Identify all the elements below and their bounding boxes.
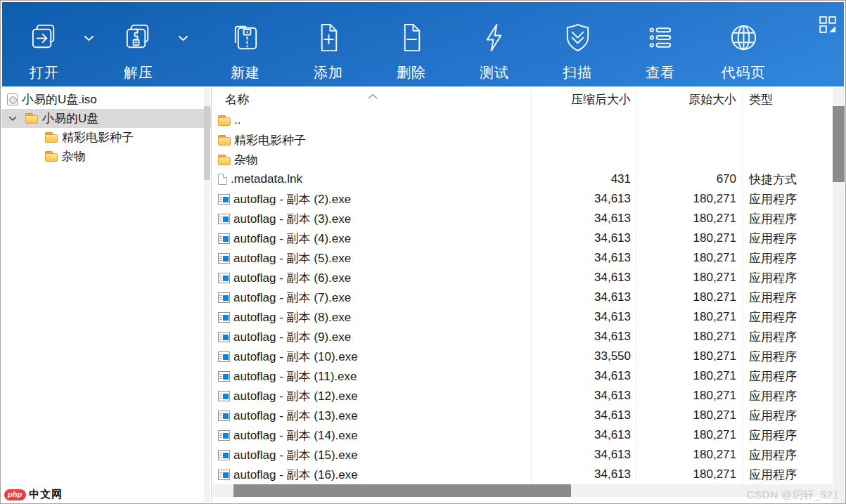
file-name: autoflag - 副本 (15).exe: [233, 447, 358, 463]
file-type: 应用程序: [742, 447, 833, 463]
tree-item-label: 精彩电影种子: [62, 129, 134, 146]
extract-dropdown-button[interactable]: [171, 2, 195, 86]
file-type: 应用程序: [742, 250, 833, 266]
file-type-icon: [218, 194, 230, 205]
view-button[interactable]: 查看: [628, 2, 693, 86]
file-row[interactable]: autoflag - 副本 (16).exe 34,613 180,271 应用…: [212, 465, 833, 484]
column-header-compressed[interactable]: 压缩后大小: [531, 91, 636, 108]
vertical-scrollbar[interactable]: [833, 88, 845, 503]
filelist-header: 名称 压缩后大小 原始大小 类型: [212, 88, 833, 110]
folder-icon: [45, 151, 58, 162]
column-header-type[interactable]: 类型: [742, 91, 833, 108]
file-type-icon: [218, 332, 230, 342]
test-button[interactable]: 测试: [462, 2, 527, 86]
file-row[interactable]: autoflag - 副本 (14).exe 34,613 180,271 应用…: [212, 425, 833, 445]
file-row[interactable]: autoflag - 副本 (11).exe 34,613 180,271 应用…: [212, 366, 833, 386]
file-row[interactable]: autoflag - 副本 (7).exe 34,613 180,271 应用程…: [212, 287, 833, 307]
file-name-cell: ..: [212, 113, 531, 127]
file-type: 应用程序: [742, 211, 833, 227]
delete-button[interactable]: 删除: [379, 2, 444, 86]
open-archive-icon: [28, 21, 61, 54]
php-site-watermark: php 中文网: [4, 488, 63, 501]
chevron-down-icon[interactable]: [7, 116, 25, 122]
file-compressed-size: 34,613: [531, 369, 636, 383]
file-row[interactable]: autoflag - 副本 (4).exe 34,613 180,271 应用程…: [212, 228, 833, 248]
file-compressed-size: 34,613: [531, 212, 636, 226]
file-type-icon: [218, 233, 230, 244]
file-row[interactable]: ..: [212, 110, 833, 130]
main-content: 小易的U盘.iso 小易的U盘 精彩电影种子 杂物: [1, 88, 845, 503]
file-name: ..: [234, 113, 241, 127]
extract-button[interactable]: 解压: [106, 2, 171, 86]
file-row[interactable]: autoflag - 副本 (6).exe 34,613 180,271 应用程…: [212, 268, 833, 287]
file-type: 应用程序: [742, 231, 833, 247]
file-compressed-size: 34,613: [531, 428, 636, 442]
column-divider: [636, 88, 637, 485]
file-compressed-size: 34,613: [531, 408, 636, 422]
open-button[interactable]: 打开: [12, 2, 77, 86]
file-row[interactable]: autoflag - 副本 (9).exe 34,613 180,271 应用程…: [212, 327, 833, 347]
file-name-cell: autoflag - 副本 (5).exe: [212, 250, 531, 266]
file-row[interactable]: autoflag - 副本 (3).exe 34,613 180,271 应用程…: [212, 209, 833, 228]
file-type: 应用程序: [742, 467, 833, 483]
csdn-watermark: CSDN @玥轩_521: [747, 489, 839, 502]
folder-icon: [25, 113, 38, 124]
tree-item-root-folder[interactable]: 小易的U盘: [1, 109, 211, 128]
file-row[interactable]: 精彩电影种子: [212, 130, 833, 150]
horizontal-scrollbar[interactable]: [212, 484, 833, 497]
new-archive-icon: [229, 21, 262, 54]
sidebar-scrollbar-thumb[interactable]: [204, 106, 210, 180]
file-name-cell: autoflag - 副本 (9).exe: [212, 329, 531, 345]
new-archive-button[interactable]: 新建: [213, 2, 278, 86]
extract-label: 解压: [124, 63, 153, 82]
file-row[interactable]: autoflag - 副本 (10).exe 33,550 180,271 应用…: [212, 347, 833, 366]
file-name: autoflag - 副本 (12).exe: [233, 388, 358, 404]
codepage-button[interactable]: 代码页: [711, 2, 776, 86]
file-type-icon: [218, 470, 230, 480]
file-name-cell: autoflag - 副本 (13).exe: [212, 408, 531, 424]
sidebar-scrollbar[interactable]: [204, 88, 210, 503]
file-name: autoflag - 副本 (6).exe: [233, 270, 351, 286]
file-type-icon: [218, 155, 231, 165]
codepage-label: 代码页: [722, 63, 766, 82]
file-type: 应用程序: [742, 408, 833, 424]
file-row[interactable]: .metadata.lnk 431 670 快捷方式: [212, 169, 833, 189]
file-original-size: 670: [636, 172, 742, 186]
vertical-scrollbar-thumb[interactable]: [833, 106, 845, 182]
file-row[interactable]: autoflag - 副本 (8).exe 34,613 180,271 应用程…: [212, 307, 833, 327]
file-name-cell: autoflag - 副本 (16).exe: [212, 467, 531, 483]
file-compressed-size: 34,613: [531, 330, 636, 344]
tree-item-movies-folder[interactable]: 精彩电影种子: [1, 128, 211, 147]
file-row[interactable]: autoflag - 副本 (15).exe 34,613 180,271 应用…: [212, 445, 833, 465]
open-dropdown-button[interactable]: [77, 2, 101, 86]
file-name-cell: 精彩电影种子: [212, 132, 531, 148]
file-name-cell: .metadata.lnk: [212, 172, 531, 186]
file-name-cell: autoflag - 副本 (6).exe: [212, 270, 531, 286]
tree-item-label: 小易的U盘.iso: [22, 91, 97, 108]
horizontal-scrollbar-thumb[interactable]: [233, 484, 571, 497]
file-compressed-size: 34,613: [531, 231, 636, 245]
php-logo: php: [4, 489, 26, 500]
file-type-icon: [218, 115, 231, 126]
tree-item-iso[interactable]: 小易的U盘.iso: [1, 90, 211, 109]
file-type: 应用程序: [742, 349, 833, 365]
file-name: autoflag - 副本 (5).exe: [233, 250, 351, 266]
file-original-size: 180,271: [636, 310, 742, 324]
file-row[interactable]: 杂物: [212, 150, 833, 169]
scan-button[interactable]: 扫描: [545, 2, 610, 86]
file-compressed-size: 34,613: [531, 389, 636, 403]
file-compressed-size: 431: [531, 172, 636, 186]
customize-layout-button[interactable]: [819, 16, 837, 34]
file-type-icon: [218, 253, 230, 264]
file-original-size: 180,271: [636, 231, 742, 245]
file-row[interactable]: autoflag - 副本 (5).exe 34,613 180,271 应用程…: [212, 248, 833, 268]
column-header-original[interactable]: 原始大小: [636, 91, 742, 108]
file-type: 应用程序: [742, 191, 833, 207]
add-button[interactable]: 添加: [296, 2, 361, 86]
file-row[interactable]: autoflag - 副本 (2).exe 34,613 180,271 应用程…: [212, 189, 833, 209]
file-row[interactable]: autoflag - 副本 (13).exe 34,613 180,271 应用…: [212, 406, 833, 425]
sort-ascending-icon: [367, 89, 378, 103]
tree-item-misc-folder[interactable]: 杂物: [1, 147, 211, 166]
tree-item-label: 小易的U盘: [42, 110, 98, 127]
file-row[interactable]: autoflag - 副本 (12).exe 34,613 180,271 应用…: [212, 386, 833, 406]
